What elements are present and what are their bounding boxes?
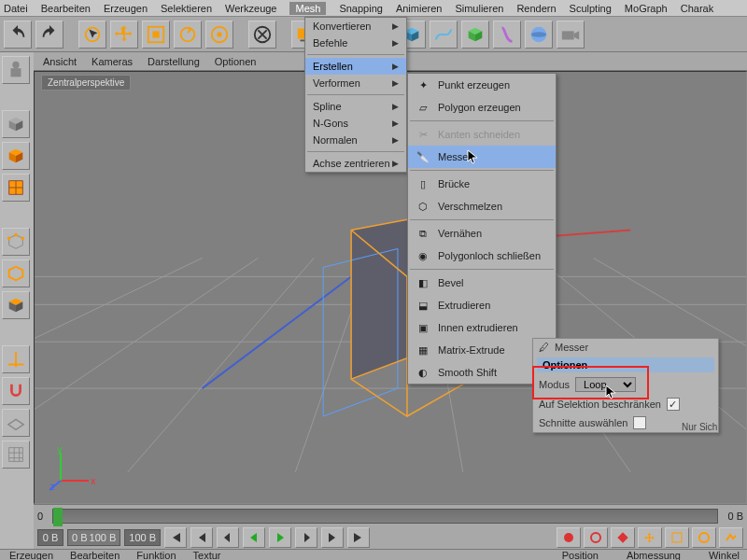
frame-end-field[interactable]: 100 B (124, 529, 161, 546)
vp-optionen[interactable]: Optionen (215, 56, 257, 67)
rotate-tool[interactable] (174, 21, 202, 49)
menu-mograph[interactable]: MoGraph (625, 3, 668, 14)
mi-spline[interactable]: Spline▶ (305, 98, 406, 115)
scale-tool[interactable] (142, 21, 170, 49)
mi-bevel[interactable]: ◧Bevel (408, 272, 556, 294)
mi-konvertieren[interactable]: Konvertieren▶ (305, 18, 406, 35)
key-param-button[interactable] (719, 527, 743, 548)
mi-befehle[interactable]: Befehle▶ (305, 35, 406, 51)
timeline-track[interactable] (52, 509, 718, 524)
mi-extrudieren[interactable]: ⬓Extrudieren (408, 294, 556, 316)
restrict-checkbox[interactable]: ✓ (667, 398, 680, 411)
svg-point-49 (699, 533, 709, 542)
quantize-button[interactable] (2, 441, 30, 469)
menu-rendern[interactable]: Rendern (516, 3, 556, 14)
mi-vernaehen[interactable]: ⧉Vernähen (408, 222, 556, 245)
mouse-cursor-icon (467, 149, 482, 164)
menu-mesh[interactable]: Mesh (289, 2, 326, 15)
environment-button[interactable] (525, 21, 553, 49)
truncated-text: Nur Sich (682, 422, 717, 432)
mi-bruecke[interactable]: ▯Brücke (408, 173, 556, 195)
select-cuts-checkbox[interactable] (633, 416, 646, 429)
menu-selektieren[interactable]: Selektieren (161, 3, 212, 14)
next-key-button[interactable] (321, 527, 344, 548)
menu-sculpting[interactable]: Sculpting (570, 3, 612, 14)
menu-erzeugen[interactable]: Erzeugen (104, 3, 148, 14)
axis-lock-button[interactable] (2, 345, 30, 373)
mi-ngons[interactable]: N-Gons▶ (305, 115, 406, 132)
key-scale-button[interactable] (665, 527, 689, 548)
attribute-panel: 🖊Messer Optionen Modus Loop Auf Selektio… (532, 338, 719, 433)
model-mode-button[interactable] (2, 110, 30, 138)
timeline-playhead[interactable] (53, 508, 63, 526)
frame-start-field[interactable]: 0 B (37, 529, 63, 546)
mi-achse[interactable]: Achse zentrieren▶ (305, 155, 406, 172)
key-pos-button[interactable] (638, 527, 662, 548)
prev-key-button[interactable] (190, 527, 213, 548)
mi-punkt-erzeugen[interactable]: ✦Punkt erzeugen (408, 74, 556, 96)
menu-simulieren[interactable]: Simulieren (455, 3, 503, 14)
select-tool[interactable] (78, 21, 106, 49)
menu-snapping[interactable]: Snapping (339, 3, 383, 14)
matrix-extrude-icon: ▦ (416, 343, 430, 357)
bb-erzeugen[interactable]: Erzeugen (9, 550, 53, 561)
svg-point-17 (12, 62, 19, 68)
vp-ansicht[interactable]: Ansicht (43, 56, 77, 67)
menu-bearbeiten[interactable]: Bearbeiten (41, 3, 91, 14)
deformer-button[interactable] (493, 21, 521, 49)
bb-abmessung: Abmessung (627, 550, 681, 561)
keyframe-button[interactable] (611, 527, 635, 548)
move-tool[interactable] (110, 21, 138, 49)
menu-datei[interactable]: Datei (4, 3, 28, 14)
snap-button[interactable] (2, 377, 30, 405)
camera-button[interactable] (557, 21, 585, 49)
object-mode-button[interactable] (2, 142, 30, 170)
mi-messer[interactable]: 🔪Messer (408, 146, 556, 168)
mi-erstellen[interactable]: Erstellen▶ (305, 58, 406, 75)
primitive-spline-button[interactable] (430, 21, 458, 49)
mi-polygon-erzeugen[interactable]: ▱Polygon erzeugen (408, 96, 556, 119)
goto-start-button[interactable] (164, 527, 187, 548)
last-tool[interactable] (205, 21, 233, 49)
texture-mode-button[interactable] (2, 174, 30, 202)
bb-funktion[interactable]: Funktion (136, 550, 176, 561)
vp-darstellung[interactable]: Darstellung (148, 56, 200, 67)
mi-verschmelzen[interactable]: ⬡Verschmelzen (408, 195, 556, 217)
menu-charakter[interactable]: Charak (681, 3, 713, 14)
menu-werkzeuge[interactable]: Werkzeuge (225, 3, 276, 14)
autokey-button[interactable] (584, 527, 608, 548)
record-button[interactable] (557, 527, 581, 548)
generator-button[interactable] (461, 21, 489, 49)
next-frame-button[interactable] (295, 527, 317, 548)
bb-bearbeiten[interactable]: Bearbeiten (70, 550, 120, 561)
key-rot-button[interactable] (692, 527, 716, 548)
redo-button[interactable] (35, 21, 63, 49)
tab-optionen[interactable]: Optionen (537, 357, 714, 372)
make-editable-button[interactable] (2, 56, 30, 84)
mi-innen-extrudieren[interactable]: ▣Innen extrudieren (408, 316, 556, 339)
workplane-button[interactable] (2, 409, 30, 437)
edge-mode-button[interactable] (2, 259, 30, 287)
point-mode-button[interactable] (2, 228, 30, 256)
axis-gizmo-icon: x y z (49, 445, 96, 492)
xray-button[interactable] (248, 21, 276, 49)
left-toolbar (0, 52, 32, 469)
mi-polyloch[interactable]: ◉Polygonloch schließen (408, 245, 556, 267)
svg-text:z: z (49, 481, 55, 492)
undo-button[interactable] (4, 21, 32, 49)
svg-point-5 (217, 32, 222, 37)
polygon-mode-button[interactable] (2, 291, 30, 319)
menu-animieren[interactable]: Animieren (396, 3, 443, 14)
prev-frame-button[interactable] (217, 527, 239, 548)
mi-verformen[interactable]: Verformen▶ (305, 75, 406, 91)
play-back-button[interactable] (243, 527, 265, 548)
vp-kameras[interactable]: Kameras (92, 56, 133, 67)
mi-normalen[interactable]: Normalen▶ (305, 132, 406, 148)
play-button[interactable] (269, 527, 291, 548)
bb-textur[interactable]: Textur (193, 550, 221, 561)
knife-icon: 🔪 (416, 149, 430, 164)
svg-rect-22 (9, 448, 23, 462)
goto-end-button[interactable] (347, 527, 370, 548)
svg-point-19 (7, 237, 11, 241)
svg-text:y: y (57, 445, 63, 455)
